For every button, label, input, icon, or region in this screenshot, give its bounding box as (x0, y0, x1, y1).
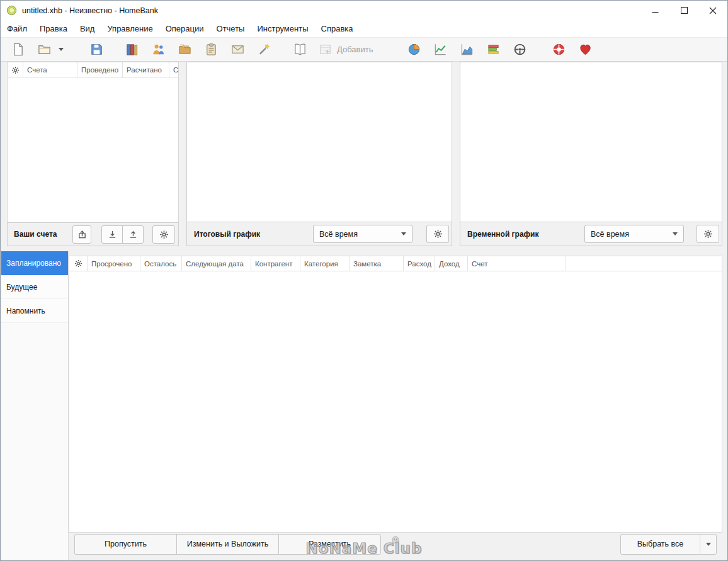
menu-view[interactable]: Вид (74, 20, 101, 37)
scheduled-table-body (69, 271, 722, 533)
save-button[interactable] (84, 39, 108, 60)
accounts-columns-settings-button[interactable] (8, 62, 23, 77)
maximize-button[interactable] (669, 1, 698, 20)
manage-budget-button[interactable] (225, 39, 249, 60)
budget-report-button[interactable] (481, 39, 505, 60)
tab-scheduled[interactable]: Запланировано (1, 251, 68, 275)
accounts-column-today[interactable]: Се (169, 62, 178, 77)
open-recent-dropdown-button[interactable] (56, 39, 65, 60)
open-file-button[interactable] (32, 39, 56, 60)
gear-icon (11, 66, 20, 74)
accounts-footer: Ваши счета (7, 222, 179, 246)
donate-button[interactable] (573, 39, 597, 60)
accounts-menu-button[interactable] (152, 225, 175, 244)
gear-icon (433, 229, 443, 239)
vehicle-cost-report-button[interactable] (508, 39, 532, 60)
time-chart-footer: Временной график Всё время (460, 222, 722, 246)
scheduled-sidebar: Запланировано Будущее Напомнить (1, 251, 69, 560)
box-arrow-up-icon (77, 230, 87, 239)
balance-report-button[interactable] (455, 39, 479, 60)
open-ledger-button[interactable] (72, 225, 91, 244)
total-chart-title: Итоговый график (191, 230, 313, 239)
manage-payees-button[interactable] (146, 39, 170, 60)
accounts-column-accounts[interactable]: Счета (23, 62, 77, 77)
new-file-button[interactable] (6, 39, 30, 60)
statistics-pie-icon (407, 42, 421, 57)
window-title: untitled.xhb - Неизвестно - HomeBank (22, 6, 158, 15)
scheduled-column-income[interactable]: Доход (435, 256, 468, 271)
scheduled-column-next-date[interactable]: Следующая дата (182, 256, 251, 271)
balance-chart-icon (460, 42, 474, 57)
menu-transactions[interactable]: Операции (159, 20, 210, 37)
close-button[interactable] (698, 1, 727, 20)
gear-icon (159, 230, 169, 239)
scheduled-column-overdue[interactable]: Просрочено (88, 256, 140, 271)
categories-folder-icon (178, 42, 192, 57)
time-chart-range-value: Всё время (591, 230, 673, 239)
total-chart-range-select[interactable]: Всё время (313, 225, 412, 243)
menu-tools[interactable]: Инструменты (251, 20, 314, 37)
menu-manage[interactable]: Управление (101, 20, 159, 37)
scheduled-table-header: Просрочено Осталось Следующая дата Контр… (69, 256, 722, 271)
scheduled-column-memo[interactable]: Заметка (350, 256, 404, 271)
scheduled-column-expense[interactable]: Расход (404, 256, 435, 271)
open-split-button (32, 39, 65, 60)
chevron-down-icon (401, 232, 406, 235)
manage-scheduled-button[interactable] (199, 39, 223, 60)
homebank-window: untitled.xhb - Неизвестно - HomeBank Фай… (0, 0, 728, 561)
minimize-button[interactable] (640, 1, 669, 20)
accounts-panel: Счета Проведено Расчитано Се Ваши счета (7, 62, 179, 246)
collapse-all-button[interactable] (122, 225, 144, 244)
tab-remind[interactable]: Напомнить (1, 299, 68, 323)
time-chart-range-select[interactable]: Всё время (584, 225, 684, 243)
accounts-column-cleared[interactable]: Проведено (77, 62, 123, 77)
show-operations-button[interactable] (288, 39, 312, 60)
scheduled-columns-settings-button[interactable] (69, 256, 88, 271)
arrow-down-to-bar-icon (108, 230, 117, 239)
time-chart-settings-button[interactable] (697, 225, 719, 243)
tab-future[interactable]: Будущее (1, 275, 68, 299)
manage-assignments-button[interactable] (252, 39, 276, 60)
help-button[interactable] (547, 39, 571, 60)
edit-and-post-button[interactable]: Изменить и Выложить (176, 534, 279, 555)
accounts-list-header: Счета Проведено Расчитано Се (7, 62, 179, 78)
scheduled-column-account[interactable]: Счет (468, 256, 566, 271)
manage-categories-button[interactable] (173, 39, 196, 60)
save-icon (89, 42, 104, 57)
trend-time-report-button[interactable] (428, 39, 452, 60)
scheduled-clipboard-icon (204, 42, 219, 57)
vehicle-cost-wheel-icon (513, 42, 527, 57)
total-chart-canvas (186, 62, 452, 222)
toolbar: Добавить (1, 37, 727, 62)
scheduled-column-category[interactable]: Категория (300, 256, 350, 271)
select-all-button[interactable]: Выбрать все (620, 534, 717, 555)
menu-file[interactable]: Файл (1, 20, 33, 37)
total-chart-panel: Итоговый график Всё время (186, 62, 452, 246)
manage-accounts-button[interactable] (120, 39, 144, 60)
menu-edit[interactable]: Правка (33, 20, 74, 37)
accounts-column-reconciled[interactable]: Расчитано (123, 62, 169, 77)
menu-reports[interactable]: Отчеты (210, 20, 251, 37)
gear-icon (703, 229, 713, 239)
scheduled-column-spacer (566, 256, 722, 271)
total-chart-range-value: Всё время (319, 230, 401, 239)
add-operation-button[interactable]: Добавить (314, 39, 379, 60)
chevron-down-icon (706, 543, 711, 546)
total-chart-settings-button[interactable] (426, 225, 449, 243)
select-all-caret[interactable] (700, 535, 716, 554)
help-lifebuoy-icon (552, 42, 566, 57)
window-controls (640, 1, 727, 20)
scheduled-column-payee[interactable]: Контрагент (251, 256, 300, 271)
menubar: Файл Правка Вид Управление Операции Отче… (1, 20, 727, 37)
new-file-icon (11, 42, 25, 57)
accounts-ledger-icon (125, 42, 139, 57)
accounts-footer-label: Ваши счета (11, 230, 72, 239)
time-chart-canvas (460, 62, 722, 222)
menu-help[interactable]: Справка (315, 20, 360, 37)
skip-button[interactable]: Пропустить (74, 534, 177, 555)
expand-all-button[interactable] (101, 225, 123, 244)
arrow-up-from-bar-icon (128, 230, 138, 239)
select-all-label: Выбрать все (621, 535, 700, 554)
statistics-report-button[interactable] (402, 39, 426, 60)
scheduled-column-remaining[interactable]: Осталось (140, 256, 182, 271)
